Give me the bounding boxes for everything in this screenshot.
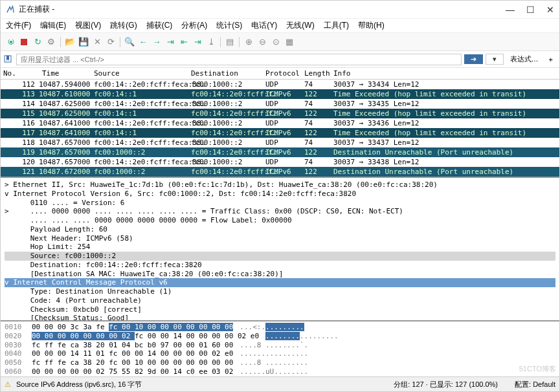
status-profile[interactable]: 配置: Default bbox=[515, 380, 555, 389]
detail-line[interactable]: > Ethernet II, Src: HuaweiTe_1c:7d:1b (0… bbox=[5, 180, 555, 190]
detail-line[interactable]: Source: fc00:1000::2 bbox=[5, 252, 555, 261]
col-info[interactable]: Info bbox=[333, 69, 557, 78]
last-icon[interactable]: ⇥ bbox=[192, 36, 203, 48]
col-dest[interactable]: Destination bbox=[191, 69, 265, 78]
packet-row[interactable]: 11810487.657000fc00:14::2e0:fcff:feca:38… bbox=[1, 138, 559, 147]
resize-cols-icon[interactable]: ▦ bbox=[284, 36, 295, 48]
status-packet-count: 分组: 127 · 已显示: 127 (100.0%) bbox=[394, 380, 498, 389]
detail-line[interactable]: [Checksum Status: Good] bbox=[5, 314, 555, 321]
status-wiki-icon[interactable]: ⚠ bbox=[5, 380, 11, 389]
find-icon[interactable]: 🔍 bbox=[124, 36, 135, 48]
filter-bookmark-icon[interactable] bbox=[3, 54, 14, 65]
menu-statistics[interactable]: 统计(S) bbox=[216, 20, 242, 31]
svg-point-0 bbox=[10, 41, 12, 43]
hex-row[interactable]: 002000 00 00 00 00 00 00 02 fc 00 00 14 … bbox=[5, 332, 555, 341]
close-button[interactable]: ✕ bbox=[546, 5, 554, 15]
auto-scroll-icon[interactable]: ⤓ bbox=[205, 36, 217, 48]
app-icon bbox=[6, 5, 15, 14]
packet-row[interactable]: 11710487.641000fc00:14::1fc00:14::2e0:fc… bbox=[1, 128, 559, 138]
detail-line[interactable]: Destination: fc00:14::2e0:fcff:feca:3820 bbox=[5, 261, 555, 270]
col-len[interactable]: Length bbox=[304, 69, 333, 78]
close-file-icon[interactable]: ✕ bbox=[91, 36, 103, 48]
hex-row[interactable]: 0030fc ff fe ca 38 20 01 04 bc b0 97 00 … bbox=[5, 341, 555, 350]
detail-line[interactable]: 0110 .... = Version: 6 bbox=[5, 199, 555, 208]
packet-row[interactable]: 11510487.625000fc00:14::1fc00:14::2e0:fc… bbox=[1, 109, 559, 118]
detail-line[interactable]: .... .... .... 0000 0000 0000 0000 0000 … bbox=[5, 216, 555, 225]
packet-row[interactable]: 12010487.657000fc00:14::2e0:fcff:feca:38… bbox=[1, 157, 559, 167]
detail-line[interactable]: Checksum: 0xbcb0 [correct] bbox=[5, 305, 555, 314]
packet-row[interactable]: 12110487.672000fc00:1000::2fc00:14::2e0:… bbox=[1, 167, 559, 177]
packet-list[interactable]: No. Time Source Destination Protocol Len… bbox=[1, 68, 559, 178]
hex-row[interactable]: 001000 00 00 3c 3a fe fc 00 10 00 00 00 … bbox=[5, 323, 555, 332]
col-proto[interactable]: Protocol bbox=[265, 69, 304, 78]
detail-line[interactable]: Next Header: ICMPv6 (58) bbox=[5, 234, 555, 243]
status-field-info: Source IPv6 Address (ipv6.src), 16 字节 bbox=[16, 380, 142, 389]
svg-rect-1 bbox=[21, 39, 27, 45]
detail-line[interactable]: Hop Limit: 254 bbox=[5, 243, 555, 252]
zoom-reset-icon[interactable]: ⊙ bbox=[270, 36, 282, 48]
restart-capture-icon[interactable]: ↻ bbox=[32, 36, 43, 48]
detail-line[interactable]: Type: Destination Unreachable (1) bbox=[5, 287, 555, 296]
minimize-button[interactable]: — bbox=[506, 5, 515, 15]
status-bar: ⚠ Source IPv6 Address (ipv6.src), 16 字节 … bbox=[1, 377, 559, 391]
col-time[interactable]: Time bbox=[42, 69, 94, 78]
menu-telephony[interactable]: 电话(Y) bbox=[251, 20, 277, 31]
packet-row[interactable]: 11410487.625000fc00:14::2e0:fcff:feca:38… bbox=[1, 99, 559, 109]
maximize-button[interactable]: ☐ bbox=[526, 5, 535, 15]
next-icon[interactable]: → bbox=[151, 36, 162, 48]
first-icon[interactable]: ⇤ bbox=[178, 36, 190, 48]
detail-line[interactable]: v Internet Protocol Version 6, Src: fc00… bbox=[5, 190, 555, 199]
menu-tools[interactable]: 工具(T) bbox=[324, 20, 349, 31]
zoom-in-icon[interactable]: ⊕ bbox=[243, 36, 254, 48]
packet-row[interactable]: 11610487.641000fc00:14::2e0:fcff:feca:38… bbox=[1, 118, 559, 128]
col-no[interactable]: No. bbox=[3, 69, 42, 78]
packet-row[interactable]: 11910487.657000fc00:1000::2fc00:14::2e0:… bbox=[1, 147, 559, 157]
apply-filter-button[interactable]: ➔ bbox=[464, 54, 483, 64]
detail-line[interactable]: > .... 0000 0000 .... .... .... .... ...… bbox=[5, 207, 555, 216]
menu-edit[interactable]: 编辑(E) bbox=[40, 20, 66, 31]
colorize-icon[interactable]: ▤ bbox=[224, 36, 236, 48]
save-file-icon[interactable]: 💾 bbox=[78, 36, 89, 48]
menu-capture[interactable]: 捕获(C) bbox=[146, 20, 173, 31]
packet-details[interactable]: > Ethernet II, Src: HuaweiTe_1c:7d:1b (0… bbox=[1, 178, 559, 321]
menubar: 文件(F) 编辑(E) 视图(V) 跳转(G) 捕获(C) 分析(A) 统计(S… bbox=[1, 19, 559, 33]
menu-goto[interactable]: 跳转(G) bbox=[110, 20, 137, 31]
packet-list-header: No. Time Source Destination Protocol Len… bbox=[1, 68, 559, 80]
expression-button[interactable]: 表达式… bbox=[506, 53, 543, 65]
hex-row[interactable]: 0050fc ff fe ca 38 20 fc 00 10 00 00 00 … bbox=[5, 358, 555, 367]
menu-wireless[interactable]: 无线(W) bbox=[286, 20, 314, 31]
menu-analyze[interactable]: 分析(A) bbox=[181, 20, 207, 31]
stop-capture-icon[interactable] bbox=[18, 36, 30, 48]
hex-row[interactable]: 006000 00 00 00 00 02 75 55 82 9d 00 14 … bbox=[5, 367, 555, 376]
detail-line[interactable]: [Destination SA MAC: HuaweiTe_ca:38:20 (… bbox=[5, 270, 555, 279]
window-title: 正在捕获 - bbox=[19, 4, 506, 15]
toolbar: ↻ ⚙ 📂 💾 ✕ ⟳ 🔍 ← → ⇥ ⇤ ⇥ ⤓ ▤ ⊕ ⊖ ⊙ ▦ bbox=[1, 33, 559, 51]
col-source[interactable]: Source bbox=[94, 69, 191, 78]
menu-help[interactable]: 帮助(H) bbox=[358, 20, 385, 31]
packet-row[interactable]: 11210487.594000fc00:14::2e0:fcff:feca:38… bbox=[1, 80, 559, 89]
start-capture-icon[interactable] bbox=[5, 36, 16, 48]
add-filter-button[interactable]: + bbox=[545, 54, 557, 65]
detail-line[interactable]: Code: 4 (Port unreachable) bbox=[5, 296, 555, 305]
hex-row[interactable]: 004000 00 00 14 11 01 fc 00 00 14 00 00 … bbox=[5, 349, 555, 358]
packet-row[interactable]: 11310487.610000fc00:14::1fc00:14::2e0:fc… bbox=[1, 89, 559, 99]
titlebar: 正在捕获 - — ☐ ✕ bbox=[1, 1, 559, 19]
jump-icon[interactable]: ⇥ bbox=[164, 36, 176, 48]
detail-line[interactable]: Payload Length: 60 bbox=[5, 225, 555, 234]
prev-icon[interactable]: ← bbox=[137, 36, 149, 48]
packet-bytes[interactable]: 001000 00 00 3c 3a fe fc 00 10 00 00 00 … bbox=[1, 321, 559, 377]
open-file-icon[interactable]: 📂 bbox=[64, 36, 76, 48]
zoom-out-icon[interactable]: ⊖ bbox=[256, 36, 268, 48]
reload-icon[interactable]: ⟳ bbox=[105, 36, 117, 48]
filter-bar: ➔ ▾ 表达式… + bbox=[1, 51, 559, 68]
detail-line[interactable]: v Internet Control Message Protocol v6 bbox=[5, 278, 555, 287]
filter-dropdown[interactable]: ▾ bbox=[486, 54, 504, 65]
display-filter-input[interactable] bbox=[16, 54, 462, 65]
menu-view[interactable]: 视图(V) bbox=[75, 20, 101, 31]
menu-file[interactable]: 文件(F) bbox=[6, 20, 31, 31]
capture-options-icon[interactable]: ⚙ bbox=[45, 36, 57, 48]
